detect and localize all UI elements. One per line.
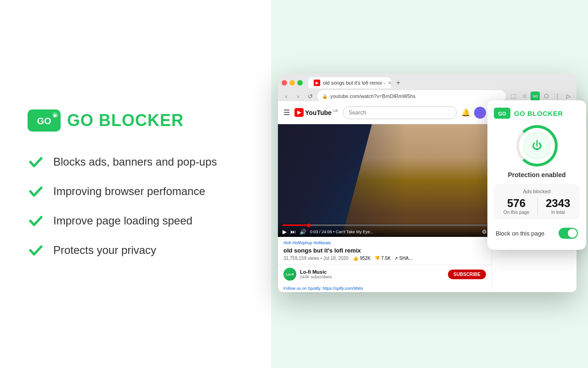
yt-video-meta: 31,759,159 views • Jul 18, 2020 👍 952K 👎…: [283, 256, 486, 261]
yt-time-display: 0:03 / 24:06 • Can't Take My Eye...: [310, 230, 478, 234]
svg-text:▶: ▶: [54, 113, 57, 118]
cast-icon[interactable]: ⬚: [509, 92, 518, 101]
tab-title: old songs but it's lofi remix -: [323, 80, 385, 86]
yt-progress-fill: [283, 224, 307, 226]
feature-item-2: Improving browser perfomance: [28, 183, 243, 200]
popup-stat-total-number: 2343: [546, 198, 570, 209]
popup-protection-status: Protection enabled: [494, 171, 580, 178]
popup-stat-page: 576 On this page: [503, 198, 530, 215]
bookmark-icon[interactable]: ☆: [520, 92, 529, 101]
yt-subscribe-button[interactable]: SUBSCRIBE: [448, 270, 486, 279]
popup-stat-page-number: 576: [503, 198, 530, 209]
feature-item-1: Blocks ads, banners and pop-ups: [28, 154, 243, 170]
yt-menu-icon[interactable]: ☰: [283, 108, 290, 117]
left-panel: GO ▶ GO BLOCKER Blocks ads, banners and …: [0, 0, 271, 368]
yt-share-button[interactable]: ↗ SHA...: [394, 256, 413, 261]
yt-next-button[interactable]: ⏭: [290, 229, 296, 235]
yt-search-input[interactable]: [343, 106, 457, 119]
svg-text:GO: GO: [498, 111, 506, 116]
popup-block-label: Block on this page: [496, 230, 544, 237]
traffic-light-fullscreen[interactable]: [297, 80, 303, 86]
yt-video-controls: ▶ ⏭ 🔊 0:03 / 24:06 • Can't Take My Eye..…: [278, 222, 492, 237]
right-panel: ▶ old songs but it's lofi remix - ✕ + ‹ …: [271, 0, 588, 368]
feature-text-3: Improve page loading speed: [53, 214, 192, 227]
popup-power-area: ⏻: [494, 125, 580, 167]
block-toggle[interactable]: [559, 228, 578, 239]
yt-channel-details: Lo-fi Music 243K subscribers: [300, 269, 444, 279]
logo-text: GO BLOCKER: [67, 111, 184, 130]
popup-stats-box: Ads blocked 576 On this page 2343 In tot…: [494, 184, 580, 219]
yt-actions: 👍 952K 👎 7.5K ↗ SHA...: [353, 256, 413, 261]
feature-text-2: Improving browser perfomance: [53, 185, 205, 198]
popup-stat-page-label: On this page: [503, 210, 530, 215]
yt-like-button[interactable]: 👍 952K: [353, 256, 370, 261]
checkmark-icon-3: [28, 213, 44, 229]
checkmark-icon-1: [28, 154, 44, 170]
popup-stat-total: 2343 In total: [546, 198, 570, 215]
popup-header: GO GO BLOCKER: [494, 108, 580, 119]
yt-volume-button[interactable]: 🔊: [300, 229, 306, 235]
feature-text-4: Protects your privacy: [53, 244, 156, 257]
yt-bell-icon[interactable]: 🔔: [461, 108, 470, 117]
yt-channel-subs: 243K subscribers: [300, 275, 444, 279]
feature-text-1: Blocks ads, banners and pop-ups: [53, 155, 217, 168]
browser-toolbar-icons: ⬚ ☆ GO ⬡ ⋮ ▷: [509, 92, 573, 101]
yt-progress-bar[interactable]: [283, 224, 487, 226]
forward-button[interactable]: ›: [294, 92, 303, 101]
logo-area: GO ▶ GO BLOCKER: [28, 109, 243, 132]
traffic-light-minimize[interactable]: [289, 80, 295, 86]
yt-logo-badge: UA: [333, 109, 338, 113]
popup-stats-label: Ads blocked: [499, 189, 574, 194]
url-text: youtube.com/watch?v=BrnDlRmW5hs: [330, 93, 416, 99]
popup-stat-divider: [537, 198, 538, 215]
svg-text:GO: GO: [533, 95, 538, 98]
yt-user-avatar[interactable]: [474, 107, 486, 119]
popup-logo-icon: GO: [494, 108, 510, 119]
yt-thumbnail: [278, 124, 492, 237]
yt-channel-info: Lo-fi Lo-fi Music 243K subscribers SUBSC…: [278, 264, 492, 283]
tab-favicon: ▶: [314, 80, 320, 86]
popup-stats-row: 576 On this page 2343 In total: [499, 198, 574, 215]
yt-views-date: 31,759,159 views • Jul 18, 2020: [283, 256, 348, 261]
yt-progress-dot: [307, 224, 311, 227]
new-tab-button[interactable]: +: [393, 77, 404, 88]
yt-dislike-button[interactable]: 👎 7.5K: [374, 256, 391, 261]
traffic-light-close[interactable]: [282, 80, 287, 86]
address-bar[interactable]: 🔒 youtube.com/watch?v=BrnDlRmW5hs: [317, 90, 506, 102]
sidebar-toggle[interactable]: ▷: [564, 92, 573, 101]
go-blocker-logo-icon: GO ▶: [28, 109, 61, 132]
yt-channel-avatar: Lo-fi: [283, 268, 296, 281]
yt-thumbnail-overlay: [278, 124, 492, 237]
youtube-header: ☰ ▶ YouTube UA 🔔: [278, 101, 492, 124]
browser-tabs: ▶ old songs but it's lofi remix - ✕ +: [278, 74, 577, 88]
yt-logo-icon: ▶: [294, 108, 304, 117]
yt-video-info: #lofi #lofihiphop #lofibeats old songs b…: [278, 237, 492, 264]
checkmark-icon-4: [28, 242, 44, 259]
yt-channel-name: Lo-fi Music: [300, 269, 444, 275]
tab-close-button[interactable]: ✕: [388, 80, 391, 86]
yt-video-area: ▶ ⏭ 🔊 0:03 / 24:06 • Can't Take My Eye..…: [278, 124, 492, 237]
popup-block-row: Block on this page: [494, 224, 580, 242]
feature-item-4: Protects your privacy: [28, 242, 243, 259]
youtube-main: ☰ ▶ YouTube UA 🔔: [278, 101, 492, 292]
youtube-logo: ▶ YouTube UA: [294, 108, 338, 117]
yt-settings-button[interactable]: ⚙: [482, 229, 487, 235]
go-blocker-extension-icon[interactable]: GO: [531, 92, 540, 101]
back-button[interactable]: ‹: [282, 92, 291, 101]
browser-chrome: ▶ old songs but it's lofi remix - ✕ + ‹ …: [278, 74, 577, 101]
checkmark-icon-2: [28, 183, 44, 200]
yt-like-count: 952K: [360, 256, 370, 261]
popup-logo-text: GO BLOCKER: [514, 109, 563, 117]
yt-play-button[interactable]: ▶: [283, 229, 287, 235]
features-list: Blocks ads, banners and pop-ups Improvin…: [28, 154, 243, 259]
active-tab[interactable]: ▶ old songs but it's lofi remix - ✕: [308, 77, 391, 88]
yt-video-title: old songs but it's lofi remix: [283, 247, 486, 254]
power-button[interactable]: ⏻: [523, 132, 551, 160]
yt-header-icons: 🔔: [461, 107, 486, 119]
lock-icon: 🔒: [322, 94, 328, 99]
toggle-knob: [568, 229, 577, 238]
reload-button[interactable]: ↺: [305, 92, 315, 101]
traffic-lights: [282, 80, 303, 86]
extensions-icon[interactable]: ⬡: [542, 92, 551, 101]
menu-icon[interactable]: ⋮: [553, 92, 562, 101]
